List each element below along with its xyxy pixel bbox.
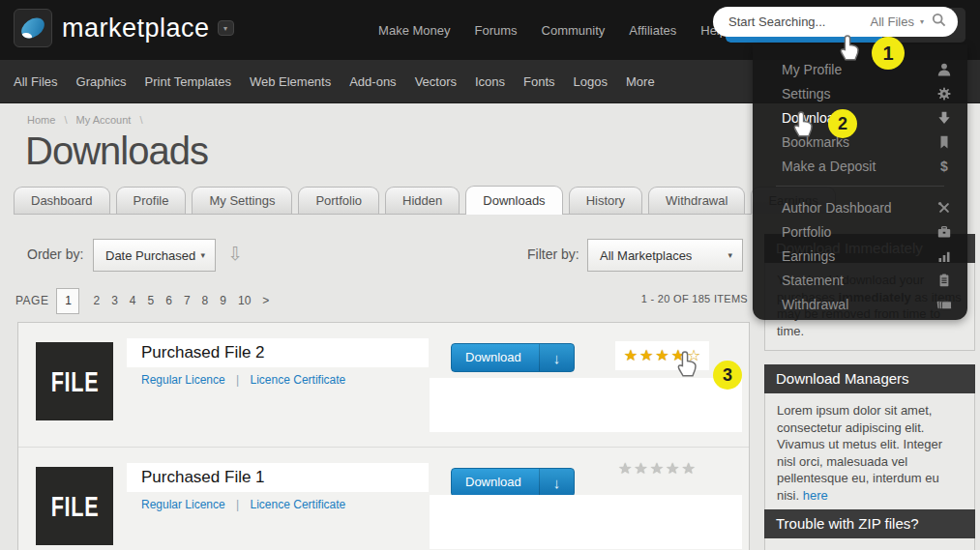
filter-by-select[interactable]: All Marketplaces ▾: [587, 239, 743, 272]
current-page[interactable]: 1: [56, 288, 79, 314]
star-icon[interactable]: ★: [624, 348, 638, 363]
logo-caret-button[interactable]: ▾: [218, 20, 234, 36]
search-icon[interactable]: [932, 13, 946, 31]
category-items: All Files Graphics Print Templates Web E…: [14, 60, 655, 103]
search-bar[interactable]: Start Searching... All Files ▾: [713, 7, 958, 37]
page-3[interactable]: 3: [111, 294, 118, 307]
tab-history[interactable]: History: [569, 187, 642, 214]
download-button[interactable]: Download ↓: [451, 343, 575, 372]
licence-certificate-link[interactable]: Licence Certificate: [251, 498, 346, 511]
menu-earnings[interactable]: Earnings: [753, 244, 967, 268]
body-text: Lorem ipsum dolor sit amet, consectetur …: [777, 403, 942, 503]
here-link[interactable]: here: [803, 488, 828, 503]
logo[interactable]: marketplace ▾: [14, 9, 234, 47]
menu-portfolio[interactable]: Portfolio: [753, 219, 967, 244]
cat-graphics[interactable]: Graphics: [76, 74, 127, 89]
menu-downloads[interactable]: Downloads: [753, 105, 967, 130]
page-4[interactable]: 4: [130, 294, 136, 307]
cat-add-ons[interactable]: Add-ons: [349, 74, 396, 89]
page-8[interactable]: 8: [202, 294, 209, 307]
download-icon: [936, 110, 952, 126]
menu-make-a-deposit[interactable]: Make a Deposit $: [753, 154, 967, 178]
hand-cursor-icon: [675, 351, 698, 378]
page-9[interactable]: 9: [220, 294, 226, 307]
sidebar-box-title: Trouble with ZIP files?: [764, 509, 975, 538]
page-2[interactable]: 2: [93, 294, 100, 307]
chevron-down-icon: ▾: [728, 250, 732, 260]
link-separator: |: [236, 498, 239, 511]
regular-licence-link[interactable]: Regular Licence: [141, 498, 225, 511]
star-icon[interactable]: ★: [681, 461, 695, 477]
cat-all-files[interactable]: All Files: [14, 74, 58, 89]
logo-mark-icon: [14, 9, 52, 47]
statement-icon: [936, 273, 952, 288]
file-title-box: Purchased File 2: [127, 338, 429, 367]
page-10[interactable]: 10: [238, 294, 251, 307]
menu-withdrawal[interactable]: Withdrawal: [753, 292, 967, 316]
star-icon[interactable]: ★: [634, 461, 647, 477]
breadcrumb-home[interactable]: Home: [27, 114, 55, 126]
star-icon[interactable]: ★: [639, 348, 653, 363]
menu-statement[interactable]: Statement: [753, 268, 967, 292]
menu-label: Withdrawal: [782, 297, 848, 312]
menu-author-dashboard[interactable]: Author Dashboard: [753, 195, 967, 219]
star-icon[interactable]: ★: [655, 348, 668, 363]
file-title[interactable]: Purchased File 1: [141, 468, 265, 487]
download-arrow-icon[interactable]: ↓: [539, 469, 574, 496]
cat-vectors[interactable]: Vectors: [415, 74, 457, 89]
download-arrow-icon[interactable]: ↓: [539, 344, 574, 371]
cat-icons[interactable]: Icons: [475, 74, 505, 89]
file-thumbnail[interactable]: FILE: [36, 467, 113, 545]
regular-licence-link[interactable]: Regular Licence: [141, 373, 225, 387]
chevron-down-icon: ▾: [200, 250, 205, 260]
sidebar-download-managers: Download Managers Lorem ipsum dolor sit …: [764, 364, 975, 515]
breadcrumb-separator: \: [64, 114, 67, 126]
menu-settings[interactable]: Settings: [753, 81, 967, 105]
nav-forums[interactable]: Forums: [475, 23, 518, 38]
tab-profile[interactable]: Profile: [116, 187, 187, 214]
order-by-select[interactable]: Date Purchased ▾: [93, 239, 216, 272]
download-button[interactable]: Download ↓: [451, 468, 575, 497]
filter-by-label: Filter by:: [527, 246, 579, 262]
tab-withdrawal[interactable]: Withdrawal: [648, 187, 745, 214]
download-all-icon[interactable]: ⇩: [227, 243, 243, 265]
nav-affiliates[interactable]: Affiliates: [629, 23, 676, 38]
rating-stars: ★ ★ ★ ★ ★: [618, 461, 696, 477]
file-row: FILE Purchased File 1 Regular Licence | …: [18, 448, 749, 550]
search-input[interactable]: Start Searching...: [728, 14, 870, 29]
gear-icon: [936, 86, 952, 101]
page-5[interactable]: 5: [148, 294, 155, 307]
star-icon[interactable]: ★: [618, 461, 632, 477]
breadcrumb-separator: \: [139, 114, 142, 126]
cat-more[interactable]: More: [626, 74, 655, 89]
nav-make-money[interactable]: Make Money: [378, 23, 450, 38]
licence-certificate-link[interactable]: Licence Certificate: [251, 373, 346, 387]
tab-my-settings[interactable]: My Settings: [192, 187, 292, 214]
file-detail-box: [430, 378, 742, 432]
page-7[interactable]: 7: [184, 294, 191, 307]
breadcrumb-my-account[interactable]: My Account: [76, 114, 132, 126]
cat-web-elements[interactable]: Web Elements: [250, 74, 331, 89]
cat-logos[interactable]: Logos: [574, 74, 608, 89]
tab-portfolio[interactable]: Portfolio: [298, 187, 379, 214]
file-title[interactable]: Purchased File 2: [141, 343, 265, 362]
menu-bookmarks[interactable]: Bookmarks: [753, 130, 967, 154]
cat-print-templates[interactable]: Print Templates: [145, 74, 231, 89]
callout-badge-1: 1: [872, 37, 905, 70]
callout-badge-3: 3: [713, 361, 742, 390]
coins-icon: [936, 297, 952, 312]
nav-community[interactable]: Community: [542, 23, 606, 38]
file-thumbnail[interactable]: FILE: [36, 342, 113, 420]
tab-dashboard[interactable]: Dashboard: [14, 187, 110, 214]
sidebar-box-body: [764, 538, 975, 550]
cat-fonts[interactable]: Fonts: [523, 74, 555, 89]
star-icon[interactable]: ★: [650, 461, 664, 477]
hand-cursor-icon: [791, 111, 815, 138]
tab-downloads[interactable]: Downloads: [465, 186, 562, 215]
search-category-select[interactable]: All Files: [870, 14, 914, 29]
page-6[interactable]: 6: [165, 294, 172, 307]
star-icon[interactable]: ★: [666, 461, 679, 477]
tab-hidden[interactable]: Hidden: [385, 187, 460, 214]
next-page-button[interactable]: >: [262, 294, 269, 307]
user-icon: [936, 62, 952, 77]
